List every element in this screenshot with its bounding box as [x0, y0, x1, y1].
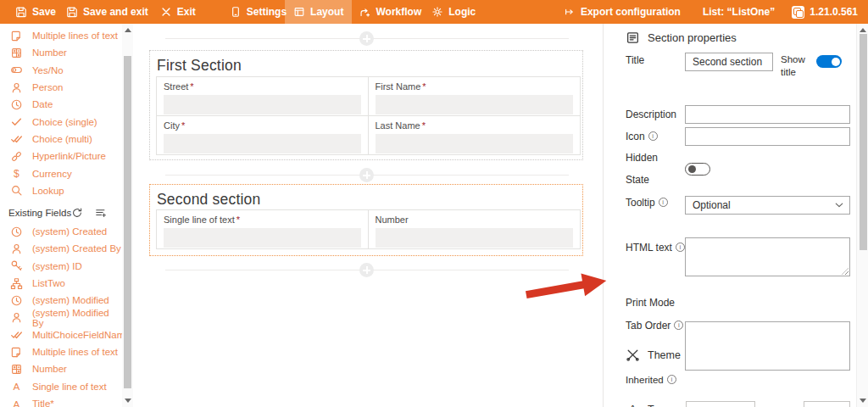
sidebar-item-system-modified-by[interactable]: (system) Modified By	[0, 309, 122, 326]
sidebar-item-multiple-lines-of-text[interactable]: Multiple lines of text	[0, 27, 122, 44]
link-icon	[10, 150, 23, 163]
scroll-down-arrow[interactable]	[860, 399, 866, 403]
sort-add-icon[interactable]	[95, 207, 107, 219]
sidebar-item-system-id[interactable]: (system) ID	[0, 258, 122, 275]
sidebar-item-single-line-of-text[interactable]: Single line of text	[0, 378, 122, 395]
scroll-up-arrow[interactable]	[125, 28, 131, 32]
top-toolbar: Save Save and exit Exit Settings Layout …	[0, 0, 868, 24]
theme-icon	[626, 348, 640, 362]
show-title-label: Show title	[781, 53, 816, 79]
field-input[interactable]	[376, 134, 574, 153]
state-label: State	[626, 174, 649, 186]
field-last-name[interactable]: Last Name*	[369, 116, 581, 155]
partial-input[interactable]	[686, 401, 755, 407]
html-text-textarea[interactable]	[685, 321, 850, 371]
floppy-icon	[66, 6, 78, 18]
calc-icon	[10, 47, 23, 59]
sidebar-item-system-modified[interactable]: (system) Modified	[0, 292, 122, 309]
state-select[interactable]: Optional	[685, 196, 850, 215]
refresh-icon[interactable]	[71, 207, 83, 219]
topbar-exit-button[interactable]: Exit	[160, 0, 196, 24]
partial-input[interactable]	[804, 401, 850, 407]
sidebar-item-multiple-lines-of-text[interactable]: Multiple lines of text	[0, 343, 122, 360]
clock-icon	[10, 98, 23, 111]
info-icon	[667, 375, 676, 384]
info-icon	[674, 321, 683, 330]
title-input[interactable]	[685, 53, 773, 71]
topbar-save-and-exit-button[interactable]: Save and exit	[66, 0, 148, 24]
field-grid: Single line of text* Number	[156, 209, 581, 249]
add-section-button[interactable]	[359, 263, 374, 277]
field-input[interactable]	[376, 95, 574, 114]
workflow-icon	[359, 6, 370, 18]
icon-input[interactable]	[685, 127, 850, 146]
sidebar-item-number[interactable]: Number	[0, 44, 122, 61]
topbar-settings-button[interactable]: Settings	[230, 0, 287, 24]
info-icon	[648, 131, 658, 141]
title-label: Title	[626, 54, 644, 66]
field-label: Street	[164, 81, 188, 92]
field-city[interactable]: City*	[157, 116, 369, 155]
section-second-selected[interactable]: Second section Single line of text* Numb…	[149, 184, 583, 256]
panel-header-label: Section properties	[648, 31, 737, 44]
field-input[interactable]	[164, 134, 361, 153]
topbar-layout-button[interactable]: Layout	[285, 0, 352, 24]
add-section-button[interactable]	[359, 31, 374, 46]
sidebar-item-hyperlink-picture[interactable]: Hyperlink/Picture	[0, 148, 122, 164]
field-single-line-of-text[interactable]: Single line of text*	[157, 210, 369, 248]
topbar-logic-button[interactable]: Logic	[431, 0, 476, 24]
required-asterisk: *	[422, 120, 426, 131]
tab-order-label: Tab Order	[626, 320, 683, 332]
sidebar-item-choice-single[interactable]: Choice (single)	[0, 113, 122, 130]
clock-icon	[10, 294, 23, 307]
form-icon	[626, 31, 640, 45]
plumsail-logo	[792, 6, 804, 19]
dblcheck-icon	[10, 132, 23, 145]
sidebar-item-title[interactable]: Title*	[0, 395, 122, 407]
sidebar-item-number[interactable]: Number	[0, 360, 122, 377]
tooltip-textarea[interactable]	[685, 237, 850, 276]
tooltip-label: Tooltip	[626, 197, 668, 209]
sidebar-item-system-created-by[interactable]: (system) Created By	[0, 240, 122, 257]
hidden-toggle[interactable]	[685, 163, 710, 176]
dblcheck-icon	[10, 328, 23, 341]
clock-icon	[10, 226, 23, 238]
required-asterisk: *	[190, 81, 193, 92]
sidebar-item-lookup[interactable]: Lookup	[0, 182, 122, 199]
sitemap-icon	[10, 277, 23, 290]
field-input[interactable]	[376, 228, 574, 248]
sidebar-scrollbar[interactable]	[122, 24, 133, 407]
required-asterisk: *	[422, 81, 426, 92]
sidebar-item-multichoicefieldname[interactable]: MultiChoiceFieldName	[0, 326, 122, 343]
existing-fields-label: Existing Fields	[8, 208, 71, 218]
export-icon	[564, 6, 576, 18]
scrollbar-thumb[interactable]	[124, 56, 131, 388]
sidebar-item-currency[interactable]: Currency	[0, 164, 122, 181]
letter-a-icon	[626, 402, 640, 407]
sidebar-item-yes-no[interactable]: Yes/No	[0, 62, 122, 79]
scrollbar-thumb[interactable]	[860, 34, 867, 250]
description-input[interactable]	[685, 105, 850, 124]
sidebar-item-person[interactable]: Person	[0, 79, 122, 96]
sidebar-item-system-created[interactable]: (system) Created	[0, 223, 122, 240]
sidebar-item-listtwo[interactable]: ListTwo	[0, 275, 122, 292]
scroll-down-arrow[interactable]	[125, 399, 131, 403]
fields-sidebar: Multiple lines of text Number Yes/No Per…	[0, 24, 122, 407]
add-section-button[interactable]	[359, 168, 374, 182]
field-input[interactable]	[164, 95, 361, 114]
topbar-save-button[interactable]: Save	[15, 0, 56, 24]
section-title: First Section	[157, 57, 582, 75]
field-first-name[interactable]: First Name*	[369, 77, 581, 116]
field-input[interactable]	[164, 228, 361, 248]
resize-handle[interactable]	[842, 268, 849, 275]
panel-scrollbar[interactable]	[856, 24, 868, 407]
export-configuration-button[interactable]: Export configuration	[564, 0, 681, 24]
field-street[interactable]: Street*	[157, 77, 369, 116]
topbar-workflow-button[interactable]: Workflow	[359, 0, 421, 24]
sidebar-item-choice-multi[interactable]: Choice (multi)	[0, 131, 122, 148]
field-number[interactable]: Number	[369, 210, 581, 248]
sidebar-item-date[interactable]: Date	[0, 96, 122, 113]
scroll-up-arrow[interactable]	[860, 28, 866, 32]
show-title-toggle[interactable]	[816, 55, 842, 68]
section-first[interactable]: First Section Street* First Name* City* …	[149, 50, 583, 160]
